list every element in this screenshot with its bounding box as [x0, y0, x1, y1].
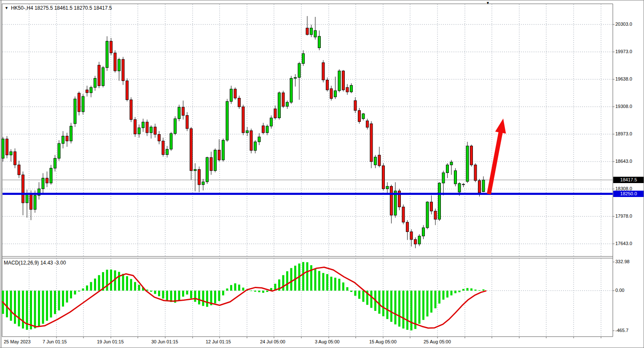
macd-bar — [42, 291, 44, 324]
macd-bar — [411, 291, 413, 330]
macd-axis-label: -465.7 — [615, 328, 628, 333]
macd-bar — [314, 269, 317, 291]
time-axis-label: 30 Jun 01:15 — [151, 339, 178, 344]
bear-candle-body — [342, 71, 345, 90]
symbol-dropdown-icon[interactable]: ▼ — [5, 6, 8, 10]
bull-candle-body — [298, 64, 301, 78]
macd-bar — [218, 291, 220, 301]
price-axis-label: 17643.0 — [615, 241, 632, 246]
macd-bar — [122, 274, 124, 291]
macd-bar — [422, 291, 424, 320]
bull-candle-body — [42, 178, 44, 189]
bull-candle-body — [166, 149, 169, 155]
bear-candle-body — [98, 65, 100, 86]
bear-candle-body — [114, 53, 116, 71]
bull-candle-body — [202, 182, 204, 185]
bear-candle-body — [306, 28, 309, 35]
bear-candle-body — [326, 80, 329, 90]
bear-candle-body — [146, 122, 148, 132]
bull-candle-body — [362, 114, 365, 119]
macd-bar — [74, 291, 76, 294]
support-level-line[interactable] — [3, 193, 613, 195]
macd-bar — [98, 275, 100, 291]
bear-candle-body — [78, 93, 80, 112]
macd-bar — [326, 274, 328, 291]
bull-candle-body — [50, 168, 52, 183]
macd-bar — [282, 275, 284, 291]
macd-bar — [394, 291, 397, 324]
macd-bar — [186, 291, 188, 294]
macd-bar — [242, 288, 244, 291]
bull-candle-body — [226, 101, 228, 140]
bull-candle-body — [118, 59, 121, 71]
bull-candle-body — [102, 67, 105, 86]
bull-candle-body — [106, 41, 108, 68]
bear-candle-body — [18, 165, 20, 175]
candles — [2, 16, 485, 248]
macd-bar — [126, 276, 128, 291]
bear-candle-body — [390, 186, 393, 215]
bear-candle-body — [430, 202, 433, 211]
macd-bar — [310, 265, 312, 291]
chart-plot-area[interactable] — [0, 0, 644, 348]
bull-candle-body — [426, 202, 429, 228]
time-axis-label: 19 Jun 01:15 — [97, 339, 124, 344]
macd-bar — [322, 273, 325, 291]
macd-bar — [462, 289, 464, 291]
macd-bar — [238, 285, 240, 291]
macd-bar — [230, 285, 232, 291]
bullish-arrow-annotation[interactable] — [487, 119, 506, 194]
time-axis-label: 7 Jun 01:15 — [43, 339, 67, 344]
macd-bar — [110, 270, 112, 291]
bull-candle-body — [174, 119, 177, 133]
price-axis-label: 18973.0 — [615, 131, 632, 136]
bull-candle-body — [138, 128, 140, 134]
price-axis-label: 18643.0 — [615, 159, 632, 164]
macd-bar — [475, 290, 477, 291]
macd-bar — [350, 291, 352, 292]
macd-bar — [178, 291, 180, 301]
bear-candle-body — [366, 121, 369, 127]
macd-bar — [334, 278, 336, 291]
bull-candle-body — [350, 85, 353, 92]
bear-candle-body — [406, 222, 409, 232]
scroll-end-marker-icon[interactable]: ▼ — [486, 1, 490, 5]
bull-candle-body — [418, 236, 421, 244]
bull-candle-body — [82, 97, 84, 112]
bull-candle-body — [246, 131, 249, 133]
bull-candle-body — [286, 102, 289, 106]
macd-bar — [342, 283, 344, 291]
bull-candle-body — [34, 195, 36, 209]
bear-candle-body — [154, 127, 156, 135]
macd-bar — [330, 277, 333, 291]
bear-candle-body — [126, 81, 129, 100]
bull-candle-body — [142, 122, 145, 128]
macd-bar — [234, 283, 236, 291]
macd-axis-label: 0.00 — [615, 288, 624, 293]
bear-candle-body — [322, 63, 325, 80]
macd-axis-label: 332.98 — [615, 259, 630, 264]
bear-candle-body — [218, 150, 220, 160]
macd-bar — [459, 291, 461, 292]
macd-bar — [118, 272, 120, 291]
bull-candle-body — [458, 183, 461, 192]
bear-candle-body — [130, 100, 132, 120]
symbol-ohlc-text: HK50-,H4 18275.5 18461.5 18270.5 18417.5 — [11, 5, 112, 11]
bull-candle-body — [270, 118, 273, 127]
bull-candle-body — [278, 93, 281, 118]
bear-candle-body — [478, 181, 481, 193]
macd-bar — [398, 291, 400, 326]
macd-bar — [254, 291, 256, 291]
macd-bar — [470, 289, 472, 291]
macd-bar — [258, 291, 260, 292]
macd-bar — [78, 291, 80, 291]
bull-candle-body — [10, 152, 12, 155]
macd-bar — [18, 291, 20, 326]
bull-candle-body — [318, 36, 321, 48]
macd-bar — [390, 291, 392, 322]
bear-candle-body — [382, 166, 385, 189]
bull-candle-body — [450, 162, 453, 165]
bull-candle-body — [178, 107, 180, 119]
bull-candle-body — [338, 71, 341, 91]
chart-window[interactable]: ▼HK50-,H4 18275.5 18461.5 18270.5 18417.… — [0, 0, 644, 348]
